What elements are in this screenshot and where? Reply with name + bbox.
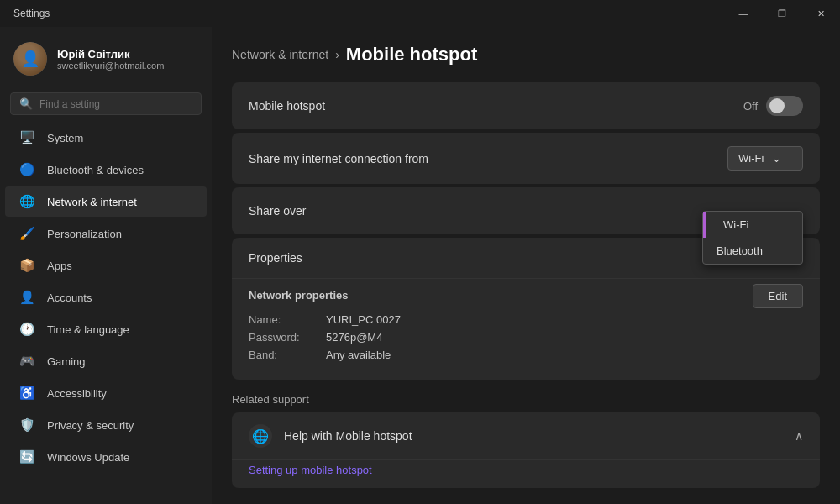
share-from-value: Wi-Fi [738,152,764,165]
sidebar-item-label-gaming: Gaming [47,355,86,368]
support-card: 🌐 Help with Mobile hotspot ∧ Setting up … [232,412,820,488]
app-container: 👤 Юрій Світлик sweetlikyuri@hotmail.com … [0,27,840,504]
network-icon: 🌐 [18,193,35,210]
support-chevron: ∧ [795,429,803,443]
properties-content: Network properties Edit Name: YURI_PC 00… [232,278,820,380]
prop-band-row: Band: Any available [249,349,803,361]
related-support-label: Related support [232,393,820,406]
net-props-title: Network properties [249,289,348,302]
dropdown-item-bluetooth[interactable]: Bluetooth [703,238,802,264]
breadcrumb-current: Mobile hotspot [346,44,477,66]
settings-card: Share my internet connection from Wi-Fi … [232,133,820,380]
user-info: Юрій Світлик sweetlikyuri@hotmail.com [57,48,164,71]
share-from-row: Share my internet connection from Wi-Fi … [232,133,820,184]
search-input[interactable] [39,98,192,110]
share-over-label: Share over [249,204,306,218]
properties-label: Properties [249,251,302,265]
toggle-track[interactable] [766,96,803,116]
sidebar-item-time[interactable]: 🕐 Time & language [5,314,207,344]
apps-icon: 📦 [18,257,35,274]
share-from-card: Share my internet connection from Wi-Fi … [232,133,820,184]
user-name: Юрій Світлик [57,48,164,60]
mobile-hotspot-toggle[interactable]: Off [743,96,803,116]
share-from-label: Share my internet connection from [249,152,428,165]
prop-band-val: Any available [326,349,391,361]
sidebar-item-update[interactable]: 🔄 Windows Update [5,442,207,472]
prop-password-row: Password: 5276p@M4 [249,331,803,344]
close-button[interactable]: ✕ [801,0,840,27]
avatar-image: 👤 [13,42,47,76]
sidebar-item-apps[interactable]: 📦 Apps [5,250,207,281]
share-over-row: Share over Wi-Fi Bluetooth [232,187,820,234]
avatar: 👤 [13,42,47,76]
sidebar-item-label-update: Windows Update [47,451,129,464]
breadcrumb-parent[interactable]: Network & internet [232,48,328,61]
personalize-icon: 🖌️ [18,225,35,242]
window-title: Settings [13,8,50,19]
main-content: Network & internet › Mobile hotspot Mobi… [212,27,840,504]
share-over-dropdown-menu: Wi-Fi Bluetooth [702,211,803,265]
prop-name-key: Name: [249,313,316,326]
prop-band-key: Band: [249,349,316,361]
sidebar-item-label-personalization: Personalization [47,228,122,240]
mobile-hotspot-label: Mobile hotspot [249,99,325,113]
accessibility-icon: ♿ [18,385,35,402]
accounts-icon: 👤 [18,289,35,306]
sidebar-item-label-accounts: Accounts [47,291,92,304]
sidebar-item-label-bluetooth: Bluetooth & devices [47,164,144,176]
share-from-dropdown[interactable]: Wi-Fi ⌄ [727,146,803,171]
user-email: sweetlikyuri@hotmail.com [57,60,164,71]
sidebar-item-gaming[interactable]: 🎮 Gaming [5,346,207,376]
setup-link[interactable]: Setting up mobile hotspot [232,460,820,488]
dropdown-bluetooth-label: Bluetooth [717,244,763,257]
sidebar-item-label-privacy: Privacy & security [47,419,134,432]
toggle-thumb [769,98,785,113]
user-section[interactable]: 👤 Юрій Світлик sweetlikyuri@hotmail.com [0,34,212,89]
breadcrumb: Network & internet › Mobile hotspot [232,44,820,66]
minimize-button[interactable]: — [724,0,763,27]
sidebar-item-privacy[interactable]: 🛡️ Privacy & security [5,410,207,440]
gaming-icon: 🎮 [18,353,35,370]
prop-password-val: 5276p@M4 [326,331,382,344]
prop-name-val: YURI_PC 0027 [326,313,401,326]
privacy-icon: 🛡️ [18,417,35,433]
sidebar-item-accessibility[interactable]: ♿ Accessibility [5,378,207,408]
sidebar: 👤 Юрій Світлик sweetlikyuri@hotmail.com … [0,27,212,504]
search-box[interactable]: 🔍 [10,92,202,115]
breadcrumb-separator: › [335,48,339,61]
sidebar-item-personalization[interactable]: 🖌️ Personalization [5,218,207,249]
sidebar-item-network[interactable]: 🌐 Network & internet [5,186,207,217]
titlebar: Settings — ❐ ✕ [0,0,840,27]
sidebar-item-label-apps: Apps [47,260,72,272]
help-hotspot-row[interactable]: 🌐 Help with Mobile hotspot ∧ [232,412,820,459]
sidebar-item-accounts[interactable]: 👤 Accounts [5,282,207,312]
sidebar-item-label-time: Time & language [47,323,129,336]
sidebar-item-label-network: Network & internet [47,196,137,208]
prop-password-key: Password: [249,331,316,344]
sidebar-item-label-accessibility: Accessibility [47,387,107,400]
support-globe-icon: 🌐 [249,424,272,448]
share-from-dropdown-wrapper: Wi-Fi ⌄ [727,146,803,171]
net-props-row: Network properties Edit [249,279,803,313]
mobile-hotspot-row: Mobile hotspot Off [232,82,820,129]
support-left: 🌐 Help with Mobile hotspot [249,424,412,448]
prop-name-row: Name: YURI_PC 0027 [249,313,803,326]
mobile-hotspot-card: Mobile hotspot Off [232,82,820,129]
dropdown-wifi-label: Wi-Fi [723,218,748,231]
update-icon: 🔄 [18,449,35,465]
toggle-off-label: Off [743,100,758,113]
dropdown-item-wifi[interactable]: Wi-Fi [703,212,802,238]
share-over-card: Share over Wi-Fi Bluetooth [232,187,820,234]
bluetooth-icon: 🔵 [18,161,35,178]
search-icon: 🔍 [19,97,33,110]
sidebar-item-system[interactable]: 🖥️ System [5,123,207,153]
sidebar-item-label-system: System [47,132,83,144]
edit-button[interactable]: Edit [753,284,803,308]
window-controls: — ❐ ✕ [724,0,840,27]
share-from-chevron: ⌄ [772,152,781,165]
sidebar-item-bluetooth[interactable]: 🔵 Bluetooth & devices [5,155,207,185]
system-icon: 🖥️ [18,129,35,146]
help-hotspot-label: Help with Mobile hotspot [284,429,412,443]
maximize-button[interactable]: ❐ [763,0,801,27]
time-icon: 🕐 [18,321,35,338]
